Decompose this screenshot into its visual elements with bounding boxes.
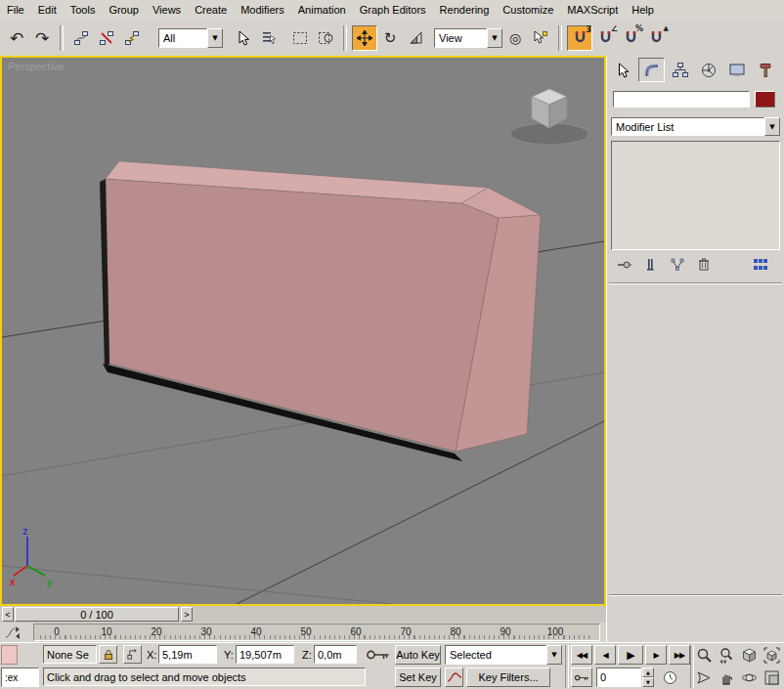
macro-recorder-field[interactable] xyxy=(1,645,18,665)
x-coord-field[interactable]: 5,19m xyxy=(158,645,217,664)
angle-snap-button[interactable]: ∠ xyxy=(592,25,618,51)
redo-button[interactable]: ↷ xyxy=(29,25,55,51)
selection-filter-value[interactable]: All xyxy=(158,28,207,48)
auto-key-button[interactable]: Auto Key xyxy=(395,645,441,665)
reference-coordinate-value[interactable]: View xyxy=(434,28,487,48)
status-separator xyxy=(565,645,569,688)
key-mode-toggle[interactable] xyxy=(571,667,592,687)
absolute-offset-toggle[interactable] xyxy=(123,645,142,664)
modifier-list-arrow[interactable]: ▼ xyxy=(764,117,780,136)
key-filters-button[interactable]: Key Filters... xyxy=(466,667,550,687)
menu-animation[interactable]: Animation xyxy=(291,2,353,18)
tab-create[interactable] xyxy=(610,58,636,82)
track-bar-ruler[interactable]: 0 10 20 30 40 50 60 70 80 90 100 xyxy=(33,624,600,641)
show-end-result-button[interactable] xyxy=(638,255,663,274)
select-object-button[interactable] xyxy=(231,25,256,51)
time-slider-track[interactable]: < 0 / 100 > xyxy=(0,606,606,623)
select-and-link-button[interactable] xyxy=(68,25,94,51)
use-pivot-center-button[interactable]: ◎ xyxy=(502,25,528,51)
viewport-canvas[interactable]: z x y xyxy=(2,58,604,604)
menu-help[interactable]: Help xyxy=(625,2,661,18)
menu-edit[interactable]: Edit xyxy=(31,2,64,18)
unlink-selection-button[interactable] xyxy=(94,25,119,51)
pivot-center-icon: ◎ xyxy=(509,30,521,46)
reference-coordinate-arrow[interactable]: ▼ xyxy=(487,28,502,48)
select-and-move-button[interactable] xyxy=(352,25,377,51)
snaps-toggle-button[interactable]: 3 xyxy=(567,25,592,51)
selection-filter-arrow[interactable]: ▼ xyxy=(207,28,223,48)
menu-create[interactable]: Create xyxy=(188,2,234,18)
window-crossing-toggle-button[interactable] xyxy=(313,25,338,51)
field-of-view-icon xyxy=(696,669,713,686)
menu-maxscript[interactable]: MAXScript xyxy=(560,2,625,18)
tab-modify[interactable] xyxy=(638,58,665,82)
zoom-extents-all-button[interactable] xyxy=(762,645,782,666)
play-button[interactable]: ▶ xyxy=(618,645,643,665)
modifier-stack-list[interactable] xyxy=(611,141,780,250)
time-configuration-button[interactable] xyxy=(659,667,680,687)
select-and-move-icon xyxy=(357,30,372,46)
make-unique-button[interactable] xyxy=(665,255,689,274)
tab-hierarchy[interactable] xyxy=(667,58,693,82)
zoom-button[interactable] xyxy=(694,645,715,666)
pan-button[interactable] xyxy=(717,667,737,688)
viewport-label[interactable]: Perspective xyxy=(8,61,64,72)
current-frame-field[interactable]: 0 xyxy=(596,667,641,687)
rectangular-selection-region-button[interactable] xyxy=(287,25,313,51)
frame-spinner-up[interactable]: ▲ xyxy=(642,667,654,677)
z-coord-field[interactable]: 0,0m xyxy=(314,645,357,664)
key-selection-value[interactable]: Selected xyxy=(445,645,546,665)
time-slider-next-button[interactable]: > xyxy=(181,607,193,622)
zoom-extents-button[interactable] xyxy=(739,645,760,666)
menu-file[interactable]: File xyxy=(0,2,31,18)
redo-icon: ↷ xyxy=(35,28,49,48)
tab-utilities[interactable] xyxy=(752,58,778,82)
spinner-snap-button[interactable]: ▲ xyxy=(643,25,669,51)
y-coord-field[interactable]: 19,507m xyxy=(236,645,294,664)
mini-curve-editor-button[interactable] xyxy=(2,624,23,641)
perspective-viewport[interactable]: z x y Perspective xyxy=(0,56,606,606)
tab-display[interactable] xyxy=(723,58,750,82)
default-tangent-button[interactable] xyxy=(445,667,463,687)
modifier-list-value[interactable]: Modifier List xyxy=(611,117,764,136)
remove-modifier-button[interactable] xyxy=(691,255,716,274)
menu-views[interactable]: Views xyxy=(146,2,188,18)
menu-group[interactable]: Group xyxy=(102,2,146,18)
field-of-view-button[interactable] xyxy=(694,667,715,688)
pin-stack-button[interactable] xyxy=(612,255,636,274)
object-name-input[interactable] xyxy=(613,91,750,108)
bind-to-spacewarp-button[interactable] xyxy=(119,25,145,51)
arc-rotate-button[interactable] xyxy=(739,667,760,688)
go-to-end-button[interactable]: ▶▶ xyxy=(669,645,690,665)
menu-customize[interactable]: Customize xyxy=(496,2,560,18)
menu-tools[interactable]: Tools xyxy=(64,2,103,18)
zoom-all-button[interactable] xyxy=(717,645,737,666)
undo-button[interactable]: ↶ xyxy=(4,25,29,51)
tab-motion[interactable] xyxy=(695,58,721,82)
keyboard-override-toggle[interactable] xyxy=(362,645,393,665)
key-selection-arrow[interactable]: ▼ xyxy=(546,645,562,665)
select-and-rotate-button[interactable]: ↻ xyxy=(377,25,403,51)
menu-rendering[interactable]: Rendering xyxy=(433,2,497,18)
selection-lock-toggle[interactable] xyxy=(99,645,117,664)
menu-graph-editors[interactable]: Graph Editors xyxy=(353,2,433,18)
frame-spinner-down[interactable]: ▼ xyxy=(642,677,654,687)
time-slider-handle[interactable]: 0 / 100 xyxy=(15,607,179,622)
configure-modifier-sets-button[interactable] xyxy=(748,255,772,274)
prev-frame-arrow: < xyxy=(5,610,10,620)
next-frame-button[interactable]: ▶ xyxy=(645,645,667,665)
previous-frame-button[interactable]: ◀ xyxy=(594,645,616,665)
object-color-swatch[interactable] xyxy=(755,91,775,108)
min-max-toggle-button[interactable] xyxy=(762,667,782,688)
undo-icon: ↶ xyxy=(10,28,23,48)
percent-snap-button[interactable]: % xyxy=(618,25,643,51)
select-and-manipulate-button[interactable] xyxy=(528,25,553,51)
go-to-start-button[interactable]: ◀◀ xyxy=(571,645,592,665)
select-by-name-button[interactable] xyxy=(256,25,282,51)
set-key-button[interactable]: Set Key xyxy=(395,667,441,687)
maxscript-listener-field[interactable]: :ex xyxy=(1,667,39,687)
menu-modifiers[interactable]: Modifiers xyxy=(234,2,291,18)
time-slider-prev-button[interactable]: < xyxy=(2,607,14,622)
select-and-scale-button[interactable] xyxy=(403,25,428,51)
bind-to-spacewarp-icon xyxy=(124,30,140,46)
